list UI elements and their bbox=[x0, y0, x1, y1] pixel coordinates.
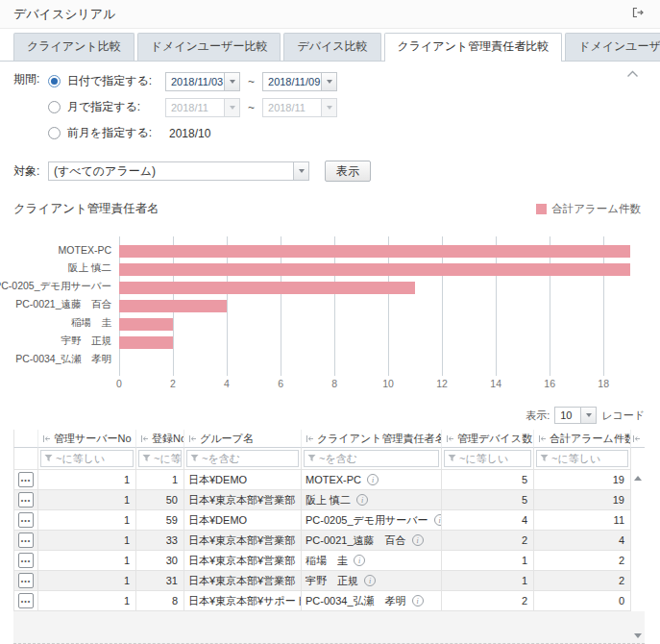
table-row[interactable]: •••130日本¥東京本部¥営業部稲場 圭i12 bbox=[13, 551, 645, 571]
pin-column-icon[interactable] bbox=[446, 434, 454, 443]
column-header-label: 管理サーバーNo bbox=[54, 432, 132, 446]
table-cell: 1 bbox=[38, 571, 136, 591]
filter-funnel-icon[interactable] bbox=[540, 453, 549, 464]
chart-x-axis: 024681012141618 bbox=[119, 378, 647, 391]
row-menu-button[interactable]: ••• bbox=[18, 472, 34, 487]
row-selector-header bbox=[13, 430, 38, 448]
column-header[interactable]: 管理サーバーNo bbox=[38, 430, 136, 448]
table-cell: ••• bbox=[13, 551, 38, 571]
month-from-select: 2018/11 bbox=[165, 98, 240, 117]
column-header-label: 登録No bbox=[152, 432, 184, 446]
chevron-down-icon[interactable] bbox=[293, 162, 308, 180]
show-button[interactable]: 表示 bbox=[325, 161, 371, 182]
table-cell: 4 bbox=[442, 510, 534, 531]
filter-operand-label: ~に等しい bbox=[56, 452, 105, 466]
row-menu-button[interactable]: ••• bbox=[18, 573, 34, 588]
grid-scroll-up-icon[interactable] bbox=[634, 476, 642, 481]
table-cell: 19 bbox=[534, 470, 631, 490]
table-row[interactable]: •••131日本¥東京本部¥営業部宇野 正規i12 bbox=[13, 571, 645, 591]
table-row[interactable]: •••133日本¥東京本部¥営業部PC-0021_遠藤 百合i24 bbox=[13, 531, 645, 551]
table-cell: PC-0205_デモ用サーバーi bbox=[302, 510, 442, 531]
grid-scroll-down-icon[interactable] bbox=[634, 633, 642, 638]
chevron-down-icon[interactable] bbox=[580, 408, 596, 423]
grid-empty-area bbox=[13, 611, 645, 644]
table-cell: 1 bbox=[442, 551, 534, 571]
tab-4[interactable]: クライアント管理責任者比較 bbox=[384, 33, 563, 62]
chevron-down-icon[interactable] bbox=[321, 73, 336, 90]
table-cell: 1 bbox=[136, 470, 184, 490]
filter-input[interactable]: ~に等しい bbox=[40, 450, 134, 467]
table-cell: 日本¥東京本部¥営業部 bbox=[184, 531, 302, 551]
filter-input[interactable]: ~を含む bbox=[304, 450, 439, 467]
table-cell: 33 bbox=[136, 531, 184, 551]
table-cell: 50 bbox=[136, 490, 184, 510]
x-tick-label: 12 bbox=[436, 378, 448, 389]
table-row[interactable]: •••150日本¥東京本部¥営業部阪上 慎二i519 bbox=[13, 490, 645, 510]
pin-column-icon[interactable] bbox=[42, 434, 51, 443]
filter-input[interactable]: ~を含む bbox=[186, 450, 299, 467]
row-menu-button[interactable]: ••• bbox=[18, 533, 34, 548]
table-filter-row: ~に等しい~に等しい~を含む~を含む~に等しい~に等しい bbox=[13, 448, 645, 470]
info-icon[interactable]: i bbox=[354, 555, 365, 566]
filter-funnel-icon[interactable] bbox=[190, 453, 199, 464]
collapse-panel-chevron-icon[interactable] bbox=[626, 67, 639, 81]
filter-funnel-icon[interactable] bbox=[142, 453, 151, 464]
info-icon[interactable]: i bbox=[434, 514, 442, 526]
filter-operand-label: ~を含む bbox=[202, 452, 240, 466]
radio-month-range[interactable] bbox=[48, 101, 61, 113]
alarm-type-select[interactable]: (すべてのアラーム) bbox=[48, 161, 309, 181]
chart-category-label: 稲場 圭 bbox=[13, 313, 119, 332]
tab-3[interactable]: デバイス比較 bbox=[283, 33, 380, 61]
tab-1[interactable]: クライアント比較 bbox=[13, 33, 134, 61]
column-header[interactable]: 合計アラーム件数 bbox=[534, 430, 631, 448]
date-to-select[interactable]: 2018/11/09 bbox=[262, 72, 337, 91]
table-cell: 日本¥東京本部¥営業部 bbox=[184, 490, 302, 510]
info-icon[interactable]: i bbox=[412, 595, 424, 607]
filter-funnel-icon[interactable] bbox=[307, 453, 316, 464]
table-row[interactable]: •••159日本¥DEMOPC-0205_デモ用サーバーi411 bbox=[13, 510, 645, 531]
filter-input[interactable]: ~に等しい bbox=[444, 450, 531, 467]
pin-column-icon[interactable] bbox=[631, 430, 645, 448]
owner-name: 阪上 慎二 bbox=[306, 493, 351, 508]
radio-prev-month[interactable] bbox=[48, 127, 61, 139]
filter-funnel-icon[interactable] bbox=[448, 453, 456, 464]
chart-category-label: PC-0034_弘瀬 孝明 bbox=[13, 350, 119, 368]
tab-5[interactable]: ドメインユーザー管理責任者比較 bbox=[565, 33, 660, 61]
chart-bar-row bbox=[119, 352, 647, 370]
info-icon[interactable]: i bbox=[412, 534, 424, 546]
row-menu-button[interactable]: ••• bbox=[18, 492, 34, 508]
chevron-down-icon[interactable] bbox=[224, 73, 239, 90]
radio-date-range[interactable] bbox=[48, 75, 61, 87]
pin-column-icon[interactable] bbox=[306, 434, 314, 443]
pin-column-icon[interactable] bbox=[538, 434, 547, 443]
column-header[interactable]: クライアント管理責任者名 bbox=[302, 430, 442, 448]
row-menu-button[interactable]: ••• bbox=[18, 512, 34, 528]
x-tick-label: 6 bbox=[278, 378, 283, 389]
records-unit-label: レコード bbox=[601, 409, 645, 423]
date-from-select[interactable]: 2018/11/03 bbox=[165, 72, 240, 91]
column-header[interactable]: グループ名 bbox=[184, 430, 302, 448]
info-icon[interactable]: i bbox=[356, 494, 368, 506]
filter-input[interactable]: ~に等しい bbox=[536, 450, 628, 467]
row-menu-button[interactable]: ••• bbox=[18, 553, 34, 568]
radio-month-range-label: 月で指定する: bbox=[67, 99, 165, 115]
column-header-label: クライアント管理責任者名 bbox=[317, 432, 442, 446]
filter-cell: ~に等しい bbox=[534, 448, 631, 470]
tab-2[interactable]: ドメインユーザー比較 bbox=[137, 33, 281, 61]
column-header[interactable]: 管理デバイス数 bbox=[442, 430, 534, 448]
filter-funnel-icon[interactable] bbox=[44, 453, 53, 464]
pin-column-icon[interactable] bbox=[188, 434, 197, 443]
table-row[interactable]: •••18日本¥東京本部¥サポート部PC-0034_弘瀬 孝明i20 bbox=[13, 591, 645, 611]
info-icon[interactable]: i bbox=[367, 474, 379, 485]
filter-input[interactable]: ~に等しい bbox=[138, 450, 182, 467]
info-icon[interactable]: i bbox=[364, 575, 376, 586]
table-row[interactable]: •••11日本¥DEMOMOTEX-PCi519 bbox=[13, 470, 645, 490]
column-header-label: 管理デバイス数 bbox=[457, 432, 532, 446]
pin-column-icon[interactable] bbox=[140, 434, 149, 443]
page-size-select[interactable]: 10 bbox=[554, 407, 597, 424]
column-header[interactable]: 登録No bbox=[136, 430, 184, 448]
table-cell: 2 bbox=[442, 591, 534, 611]
filter-operand-label: ~に等しい bbox=[154, 452, 182, 466]
row-menu-button[interactable]: ••• bbox=[18, 593, 34, 608]
export-button[interactable] bbox=[630, 6, 645, 22]
